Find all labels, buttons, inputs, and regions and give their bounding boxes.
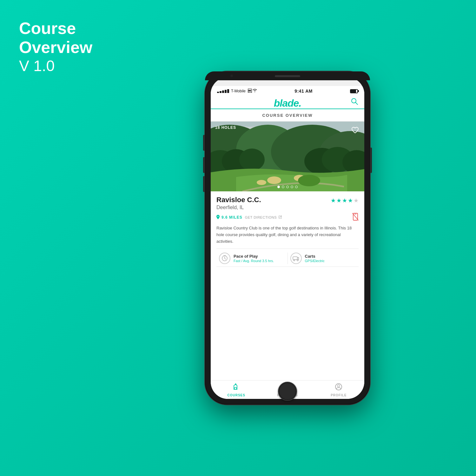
star-rating: ★ ★ ★ ★ ★ (331, 197, 359, 204)
profile-tab-icon (335, 383, 342, 393)
speaker-grill (275, 75, 300, 77)
status-left: T-Mobile  (217, 89, 257, 93)
phone-top-bar (205, 71, 370, 80)
star-5: ★ (354, 197, 359, 204)
phone-shell: T-Mobile  9:41 AM (205, 71, 370, 405)
tab-courses[interactable]: COURSES (211, 383, 262, 397)
star-4: ★ (348, 197, 353, 204)
pace-of-play-title: Pace of Play (234, 254, 274, 259)
camera-dot (230, 75, 233, 77)
version-label: V 1.0 (19, 57, 92, 75)
tab-profile[interactable]: PROFILE (313, 383, 364, 397)
carts-value: GPS/Electric (305, 259, 325, 263)
course-title-row: Ravisloe C.C. Deerfield, IL ★ ★ ★ ★ ★ (216, 196, 359, 210)
course-name-location: Ravisloe C.C. Deerfield, IL (216, 196, 261, 210)
carts-feature: Carts GPS/Electric (288, 253, 359, 264)
pace-of-play-icon (219, 253, 230, 264)
course-landscape-image (211, 122, 364, 191)
carts-icon (290, 253, 302, 264)
app-content: T-Mobile  9:41 AM (211, 86, 364, 399)
header-divider (211, 109, 364, 109)
section-title: COURSE OVERVIEW (262, 113, 313, 118)
svg-point-12 (239, 149, 265, 171)
dot-5 (295, 186, 298, 188)
signal-dot-3 (222, 90, 224, 93)
get-directions-link[interactable]: GET DIRECTIONS (245, 215, 277, 219)
status-time: 9:41 AM (294, 89, 313, 94)
heading-line2: Overview (19, 38, 92, 57)
signal-dot-2 (220, 91, 221, 93)
carrier-name: T-Mobile (231, 89, 246, 93)
dot-3 (286, 186, 289, 188)
wifi-icon:  (248, 89, 257, 93)
status-right (350, 89, 358, 93)
pace-of-play-value: Fast / Avg. Round 3.5 hrs. (234, 259, 274, 263)
phone-no-cell-icon (352, 213, 359, 222)
pace-of-play-text: Pace of Play Fast / Avg. Round 3.5 hrs. (234, 254, 274, 263)
svg-rect-28 (235, 387, 236, 389)
holes-label: 18 HOLES (215, 125, 236, 130)
distance-miles: 9.6 MILES (221, 215, 242, 220)
course-description: Ravisloe Country Club is one of the top … (216, 225, 359, 249)
dot-4 (291, 186, 293, 188)
image-dots-indicator (277, 186, 298, 188)
svg-line-1 (355, 102, 358, 104)
course-name: Ravisloe C.C. (216, 196, 261, 204)
pace-of-play-feature: Pace of Play Fast / Avg. Round 3.5 hrs. (216, 253, 288, 264)
course-location: Deerfield, IL (216, 205, 261, 210)
distance-row: 9.6 MILES GET DIRECTIONS (216, 213, 359, 222)
search-button[interactable] (351, 98, 358, 106)
app-logo: blade. (274, 97, 301, 109)
star-1: ★ (331, 197, 336, 204)
svg-point-25 (294, 260, 295, 261)
svg-point-18 (257, 180, 266, 185)
svg-point-26 (297, 260, 298, 261)
svg-rect-22 (354, 214, 356, 215)
features-row: Pace of Play Fast / Avg. Round 3.5 hrs. (216, 249, 359, 267)
location-pin-icon (216, 215, 220, 220)
profile-tab-label: PROFILE (331, 393, 347, 397)
logo-text: blade. (274, 97, 301, 109)
home-button[interactable] (278, 382, 297, 401)
page-heading: Course Overview V 1.0 (19, 19, 92, 75)
course-info-section: Ravisloe C.C. Deerfield, IL ★ ★ ★ ★ ★ (211, 191, 364, 270)
svg-point-34 (338, 385, 340, 387)
phone-screen: T-Mobile  9:41 AM (211, 77, 364, 399)
signal-strength (217, 89, 229, 93)
external-link-icon (279, 215, 282, 219)
dot-2 (282, 186, 284, 188)
signal-dot-5 (227, 89, 229, 93)
svg-point-19 (298, 175, 320, 186)
courses-tab-label: COURSES (227, 393, 245, 397)
carts-text: Carts GPS/Electric (305, 254, 325, 263)
favorite-button[interactable] (350, 125, 360, 135)
star-2: ★ (336, 197, 341, 204)
section-title-bar: COURSE OVERVIEW (211, 109, 364, 122)
dot-1 (277, 186, 280, 188)
signal-dot-4 (225, 90, 227, 93)
svg-point-16 (267, 176, 281, 184)
course-image-area: 18 HOLES (211, 122, 364, 191)
phone-mockup: T-Mobile  9:41 AM (205, 71, 370, 405)
carts-title: Carts (305, 254, 325, 259)
heading-line1: Course (19, 19, 92, 38)
courses-tab-icon (233, 383, 240, 393)
battery-fill (351, 90, 356, 93)
scrollable-content[interactable]: 18 HOLES (211, 122, 364, 380)
star-3: ★ (342, 197, 347, 204)
battery-icon (350, 89, 358, 93)
status-bar: T-Mobile  9:41 AM (211, 86, 364, 95)
app-header: blade. (211, 95, 364, 109)
signal-dot-1 (217, 92, 219, 93)
svg-rect-24 (293, 257, 297, 260)
